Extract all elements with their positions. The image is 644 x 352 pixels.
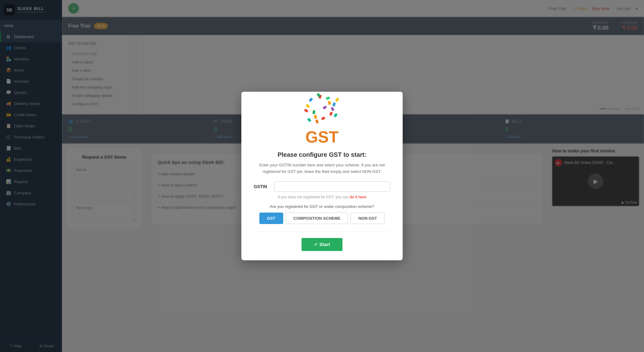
gstin-label: GSTIN	[254, 184, 269, 189]
register-link[interactable]: do it here	[350, 195, 366, 199]
modal-gst-title: GST	[241, 126, 403, 145]
non-gst-scheme-button[interactable]: NON-GST	[351, 213, 385, 224]
modal-body: Please configure GST to start: Enter you…	[241, 145, 403, 260]
scheme-buttons: GST COMPOSITION SCHEME NON-GST	[254, 213, 390, 224]
composition-scheme-button[interactable]: COMPOSITION SCHEME	[286, 213, 348, 224]
modal-divider	[254, 231, 390, 232]
gst-config-modal: GST Please configure GST to start: Enter…	[241, 92, 403, 260]
register-hint: If you have not registered for GST, you …	[254, 195, 390, 199]
start-button[interactable]: ✓ Start	[302, 238, 342, 251]
modal-description: Enter your GSTIN number here and select …	[254, 162, 390, 175]
gstin-row: GSTIN	[254, 181, 390, 192]
register-hint-text: If you have not registered for GST, you …	[278, 195, 348, 199]
scheme-question: Are you registered for GST or under comp…	[254, 204, 390, 209]
modal-subtitle: Please configure GST to start:	[254, 151, 390, 158]
modal-confetti	[241, 92, 403, 126]
gstin-input[interactable]	[274, 181, 390, 192]
modal-overlay: GST Please configure GST to start: Enter…	[0, 0, 644, 352]
gst-scheme-button[interactable]: GST	[259, 213, 283, 224]
